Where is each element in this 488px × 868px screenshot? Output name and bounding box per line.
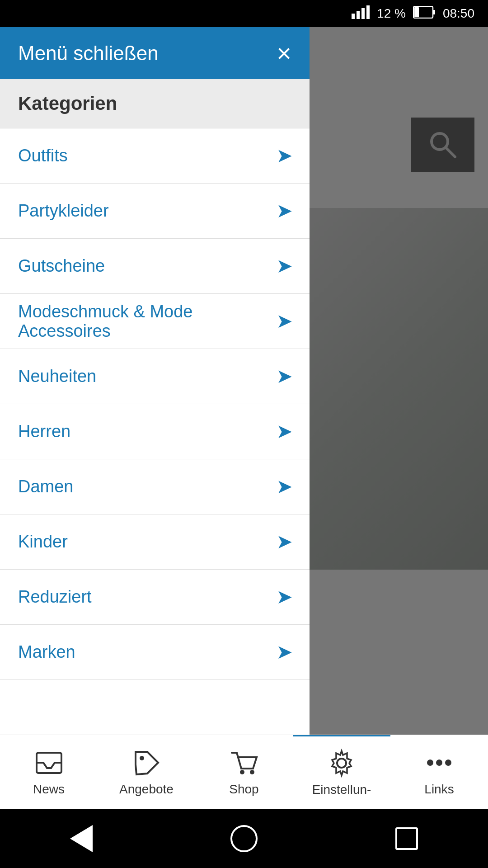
tag-icon xyxy=(132,748,161,778)
menu-drawer: Menü schließen × Kategorien Outfits ➤ Pa… xyxy=(0,27,310,805)
svg-point-13 xyxy=(337,759,346,768)
nav-label-shop: Shop xyxy=(229,782,258,797)
svg-point-11 xyxy=(240,770,244,774)
svg-point-16 xyxy=(445,760,451,766)
menu-item-marken[interactable]: Marken ➤ xyxy=(0,625,310,680)
menu-item-herren[interactable]: Herren ➤ xyxy=(0,404,310,459)
nav-label-einstellungen: Einstellun- xyxy=(312,783,371,797)
nav-label-links: Links xyxy=(424,782,454,797)
home-button[interactable] xyxy=(226,821,262,857)
nav-item-news[interactable]: News xyxy=(0,735,98,809)
chevron-right-icon: ➤ xyxy=(277,587,291,607)
menu-item-label: Damen xyxy=(18,477,74,496)
dots-icon xyxy=(425,748,454,778)
svg-rect-5 xyxy=(433,10,435,14)
chevron-right-icon: ➤ xyxy=(277,422,291,442)
menu-item-label: Neuheiten xyxy=(18,367,96,386)
menu-item-label: Gutscheine xyxy=(18,256,105,276)
svg-point-12 xyxy=(250,770,254,774)
categories-title: Kategorien xyxy=(18,93,117,114)
svg-rect-2 xyxy=(361,8,365,19)
chevron-right-icon: ➤ xyxy=(277,532,291,552)
chevron-right-icon: ➤ xyxy=(277,367,291,387)
svg-point-15 xyxy=(436,760,442,766)
nav-item-shop[interactable]: Shop xyxy=(195,735,293,809)
menu-title: Menü schließen xyxy=(18,42,159,65)
close-button[interactable]: × xyxy=(277,41,291,66)
battery-icon xyxy=(413,6,436,22)
status-bar: 12 % 08:50 xyxy=(0,0,488,27)
menu-item-partykleider[interactable]: Partykleider ➤ xyxy=(0,184,310,239)
svg-rect-0 xyxy=(352,14,355,19)
bottom-nav: News Angebote Shop Einstellun- xyxy=(0,735,488,809)
time-text: 08:50 xyxy=(443,6,474,21)
chevron-right-icon: ➤ xyxy=(277,146,291,166)
menu-item-label: Herren xyxy=(18,422,70,441)
menu-item-gutscheine[interactable]: Gutscheine ➤ xyxy=(0,239,310,294)
menu-list: Outfits ➤ Partykleider ➤ Gutscheine ➤ Mo… xyxy=(0,128,310,805)
inbox-icon xyxy=(34,748,64,778)
menu-item-reduziert[interactable]: Reduziert ➤ xyxy=(0,570,310,625)
menu-item-label: Modeschmuck & Mode Accessoires xyxy=(18,302,277,341)
system-nav xyxy=(0,809,488,868)
menu-item-neuheiten[interactable]: Neuheiten ➤ xyxy=(0,349,310,404)
menu-item-outfits[interactable]: Outfits ➤ xyxy=(0,128,310,184)
svg-rect-3 xyxy=(366,5,370,19)
nav-item-einstellungen[interactable]: Einstellun- xyxy=(293,735,390,809)
menu-item-label: Marken xyxy=(18,642,75,662)
recents-button[interactable] xyxy=(389,821,425,857)
svg-point-10 xyxy=(140,756,144,760)
menu-item-modeschmuck[interactable]: Modeschmuck & Mode Accessoires ➤ xyxy=(0,294,310,349)
battery-text: 12 % xyxy=(377,6,406,21)
chevron-right-icon: ➤ xyxy=(277,256,291,276)
chevron-right-icon: ➤ xyxy=(277,201,291,221)
gear-icon xyxy=(327,749,357,778)
chevron-right-icon: ➤ xyxy=(277,477,291,497)
menu-item-label: Outfits xyxy=(18,146,68,165)
svg-rect-1 xyxy=(357,11,360,19)
menu-item-label: Kinder xyxy=(18,532,68,552)
nav-item-angebote[interactable]: Angebote xyxy=(98,735,195,809)
categories-header: Kategorien xyxy=(0,79,310,128)
nav-item-links[interactable]: Links xyxy=(390,735,488,809)
back-button[interactable] xyxy=(63,821,99,857)
menu-header: Menü schließen × xyxy=(0,27,310,79)
nav-label-angebote: Angebote xyxy=(119,782,174,797)
menu-item-label: Partykleider xyxy=(18,201,109,221)
chevron-right-icon: ➤ xyxy=(277,642,291,662)
chevron-right-icon: ➤ xyxy=(277,311,291,331)
menu-item-label: Reduziert xyxy=(18,587,92,607)
signal-icon xyxy=(352,5,370,22)
menu-item-kinder[interactable]: Kinder ➤ xyxy=(0,514,310,570)
svg-point-14 xyxy=(427,760,433,766)
svg-rect-6 xyxy=(414,7,419,17)
nav-label-news: News xyxy=(33,782,65,797)
menu-item-damen[interactable]: Damen ➤ xyxy=(0,459,310,514)
cart-icon xyxy=(230,748,259,778)
